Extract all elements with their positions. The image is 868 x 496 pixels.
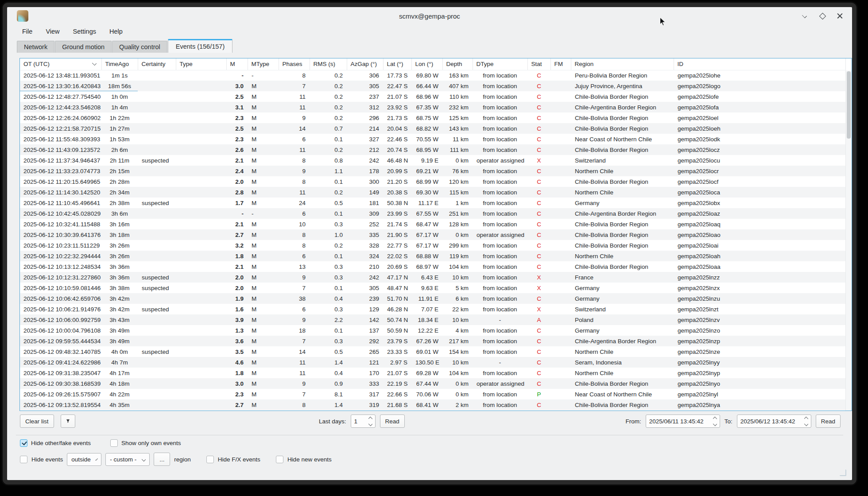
column-header-phases[interactable]: Phases [279, 58, 310, 70]
event-row[interactable]: 2025-06-12 12:26:24.0609021h 22m2.3M90.2… [20, 112, 846, 123]
event-row[interactable]: 2025-06-12 09:26:15.5759074h 22m2.3M78.1… [20, 389, 846, 399]
hide-new-checkbox[interactable] [276, 456, 283, 463]
event-row[interactable]: 2025-06-12 09:41:24.6229864h 7m4.6M111.4… [20, 357, 846, 368]
tab-quality-control[interactable]: Quality control [112, 41, 167, 53]
event-row[interactable]: 2025-06-12 10:42:45.0280293h 6m--60.1309… [20, 208, 846, 219]
column-header-depth[interactable]: Depth [442, 58, 473, 70]
cell-lon: 67.44 W [411, 378, 442, 389]
filter-button[interactable] [61, 415, 75, 428]
column-header-ago[interactable]: TimeAgo [101, 58, 138, 70]
event-row[interactable]: 2025-06-12 10:10:59.0814463h 38msuspecte… [20, 283, 846, 293]
close-icon[interactable] [836, 12, 844, 20]
tab-ground-motion[interactable]: Ground motion [55, 41, 112, 53]
column-header-rms[interactable]: RMS (s) [310, 58, 347, 70]
show-only-own-label[interactable]: Show only own events [121, 440, 181, 446]
read-range-button[interactable]: Read [816, 415, 841, 428]
region-more-button[interactable]: ... [154, 453, 170, 466]
cell-ot: 2025-06-12 10:22:32.294444 [20, 251, 101, 261]
column-header-region[interactable]: Region [571, 58, 674, 70]
column-header-id[interactable]: ID [674, 58, 846, 70]
event-row[interactable]: 2025-06-12 10:06:21.9149763h 42msuspecte… [20, 304, 846, 314]
maximize-icon[interactable] [818, 12, 826, 20]
spin-arrows-icon[interactable] [369, 417, 372, 426]
cell-lon: 68.95 W [411, 144, 442, 155]
hide-other-fake-label[interactable]: Hide other/fake events [31, 440, 91, 446]
menu-help[interactable]: Help [109, 28, 123, 35]
menu-settings[interactable]: Settings [73, 28, 96, 35]
column-header-m[interactable]: M [226, 58, 248, 70]
show-only-own-checkbox[interactable] [110, 439, 118, 447]
tab-events[interactable]: Events (156/157) [168, 39, 232, 53]
column-header-mtype[interactable]: MType [248, 58, 279, 70]
event-row[interactable]: 2025-06-12 09:48:32.1407854h 0msuspected… [20, 346, 846, 357]
resize-grip-icon[interactable] [839, 469, 847, 477]
event-row[interactable]: 2025-06-12 09:59:55.4445343h 49m3.6M70.3… [20, 336, 846, 346]
from-datetime-field[interactable]: 2025/06/11 13:45:42 [646, 415, 720, 428]
hide-new-label[interactable]: Hide new events [287, 456, 332, 463]
cell-type [176, 112, 226, 123]
hide-fx-label[interactable]: Hide F/X events [218, 456, 260, 463]
event-row[interactable]: 2025-06-12 10:06:42.6597063h 42m1.9M380.… [20, 293, 846, 304]
cell-dtype: from location [473, 399, 527, 410]
region-preset-combobox[interactable]: - custom - [105, 453, 150, 466]
event-row[interactable]: 2025-06-12 09:30:38.1685394h 18m3.0M90.9… [20, 378, 846, 389]
event-row[interactable]: 2025-06-12 11:33:23.0747732h 15m2.4M91.1… [20, 166, 846, 176]
event-row[interactable]: 2025-06-12 10:00:04.7961083h 49m1.3M180.… [20, 325, 846, 336]
hide-other-fake-checkbox[interactable] [20, 439, 27, 447]
event-row[interactable]: 2025-06-12 11:37:34.9464372h 11msuspecte… [20, 155, 846, 166]
event-row[interactable]: 2025-06-12 10:32:41.1154883h 16m2.1M100.… [20, 219, 846, 229]
hide-events-label[interactable]: Hide events [31, 456, 63, 463]
event-row[interactable]: 2025-06-12 13:48:11.9930511m 1s--80.2306… [20, 70, 846, 81]
cell-id: gempa2025logo [674, 81, 846, 91]
read-days-button[interactable]: Read [380, 415, 405, 428]
event-row[interactable]: 2025-06-12 11:10:45.4966412h 38msuspecte… [20, 198, 846, 208]
column-header-ot[interactable]: OT (UTC) [20, 58, 101, 70]
menu-file[interactable]: File [22, 28, 32, 35]
event-row[interactable]: 2025-06-12 10:12:31.2278603h 36msuspecte… [20, 272, 846, 283]
event-row[interactable]: 2025-06-12 11:55:48.3093931h 53m2.3M60.1… [20, 134, 846, 144]
from-spin-arrows-icon[interactable] [713, 417, 717, 426]
minimize-icon[interactable] [801, 12, 809, 20]
cell-lat: 48.47 N [383, 283, 411, 293]
event-row[interactable]: 2025-06-12 10:22:32.2944443h 26m1.8M60.1… [20, 251, 846, 261]
cell-dtype: from location [473, 272, 527, 283]
outside-combobox[interactable]: outside [67, 453, 101, 466]
menu-view[interactable]: View [46, 28, 59, 35]
column-header-fm[interactable]: FM [550, 58, 571, 70]
column-header-azgap[interactable]: AzGap (°) [347, 58, 383, 70]
tab-network[interactable]: Network [17, 41, 54, 53]
column-header-type[interactable]: Type [176, 58, 226, 70]
hide-fx-checkbox[interactable] [206, 456, 214, 463]
hide-events-checkbox[interactable] [20, 456, 27, 463]
cell-m: 1.6 [226, 304, 248, 314]
column-header-lat[interactable]: Lat (°) [383, 58, 411, 70]
clear-list-button[interactable]: Clear list [20, 415, 54, 428]
event-row[interactable]: 2025-06-12 12:48:27.7545401h 0m2.5M110.2… [20, 91, 846, 102]
event-row[interactable]: 2025-06-12 10:13:12.2485343h 36m2.1M130.… [20, 261, 846, 272]
to-spin-arrows-icon[interactable] [805, 417, 808, 426]
event-row[interactable]: 2025-06-12 11:14:30.1425202h 34m2.8M110.… [20, 187, 846, 198]
cell-m: 3.1 [226, 102, 248, 112]
last-days-spinbox[interactable]: 1 [351, 415, 376, 428]
to-datetime-field[interactable]: 2025/06/12 13:45:42 [737, 415, 811, 428]
event-row[interactable]: 2025-06-12 12:44:23.5462081h 4m3.1M110.2… [20, 102, 846, 112]
cell-dtype: from location [473, 346, 527, 357]
vertical-scrollbar[interactable] [845, 70, 852, 411]
cell-azgap: 170 [347, 368, 383, 378]
event-row[interactable]: 2025-06-12 10:30:39.6413763h 18m2.7M81.0… [20, 229, 846, 240]
column-header-dtype[interactable]: DType [473, 58, 527, 70]
cell-ago: 4h 18m [101, 378, 138, 389]
column-header-certainty[interactable]: Certainty [138, 58, 176, 70]
column-header-lon[interactable]: Lon (°) [411, 58, 442, 70]
event-row[interactable]: 2025-06-12 12:21:58.7207151h 27m2.5M140.… [20, 123, 846, 134]
event-row[interactable]: 2025-06-12 13:30:16.42084318m 56s3.0M70.… [20, 81, 846, 91]
event-row[interactable]: 2025-06-12 09:31:38.2350474h 17m1.8M110.… [20, 368, 846, 378]
event-row[interactable]: 2025-06-12 10:06:00.9927593h 43m3.9M92.2… [20, 314, 846, 325]
column-header-stat[interactable]: Stat [527, 58, 550, 70]
event-row[interactable]: 2025-06-12 11:43:09.1235722h 6m2.6M110.2… [20, 144, 846, 155]
event-row[interactable]: 2025-06-12 09:13:52.8195544h 35m2.7M81.4… [20, 399, 846, 410]
scrollbar-handle[interactable] [847, 71, 851, 139]
event-row[interactable]: 2025-06-12 11:20:15.6499652h 28m2.0M80.1… [20, 176, 846, 187]
cell-certainty: suspected [138, 198, 176, 208]
event-row[interactable]: 2025-06-12 10:23:11.5112293h 26m3.2M80.2… [20, 240, 846, 251]
